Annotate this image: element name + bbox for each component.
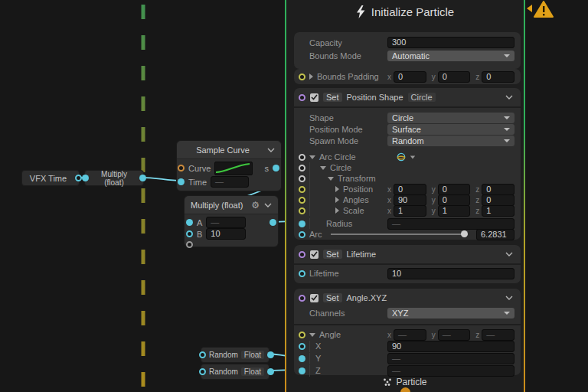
position-y-field[interactable]: 0	[438, 184, 471, 195]
z-value-field[interactable]: —	[387, 365, 514, 377]
arc-slider-handle[interactable]	[461, 230, 468, 237]
arc-circle-port[interactable]	[299, 154, 305, 161]
sample-output-port[interactable]	[273, 165, 279, 172]
random-input-port[interactable]	[199, 351, 206, 358]
block-enabled-checkbox[interactable]	[310, 250, 318, 259]
expander-expanded-icon[interactable]	[309, 333, 315, 337]
bounds-padding-port[interactable]	[299, 74, 305, 80]
block-enable-port[interactable]	[299, 295, 305, 302]
arc-value-field[interactable]: 6.2831	[476, 229, 514, 240]
position-z-field[interactable]: 0	[482, 184, 514, 195]
random-float-node-2[interactable]: Random Float	[201, 364, 270, 380]
particle-flow-slot[interactable]: Particle	[286, 377, 524, 387]
bounds-mode-row: Bounds Mode Automatic	[294, 50, 521, 61]
collapse-chevron-icon[interactable]	[267, 148, 275, 152]
multiply-compact-node[interactable]: Multiply (float)	[84, 170, 144, 186]
multiply-output-port[interactable]	[270, 219, 276, 226]
space-dropdown-arrow-icon[interactable]	[410, 155, 414, 158]
a-input-port-connected[interactable]	[186, 219, 193, 226]
bounds-padding-x-field[interactable]: 0	[394, 71, 426, 83]
y-port-connected[interactable]	[299, 355, 305, 362]
space-globe-icon[interactable]	[397, 152, 406, 162]
angle-port[interactable]	[299, 332, 305, 338]
bounds-mode-dropdown[interactable]: Automatic	[387, 51, 514, 61]
block-enable-port[interactable]	[299, 94, 305, 101]
vfx-time-output-port[interactable]	[75, 175, 82, 181]
add-operand-port[interactable]	[186, 241, 193, 248]
b-field[interactable]: 10	[206, 228, 246, 240]
vfx-time-node[interactable]: VFX Time	[21, 170, 80, 186]
warning-collapse-arrow-icon[interactable]	[527, 5, 532, 12]
expander-collapsed-icon[interactable]	[335, 186, 339, 192]
angles-port[interactable]	[299, 197, 305, 204]
block-enable-port[interactable]	[299, 251, 305, 258]
random-output-port[interactable]	[267, 351, 274, 358]
block-enabled-checkbox[interactable]	[310, 93, 318, 102]
circle-port[interactable]	[299, 165, 305, 172]
collapse-chevron-icon[interactable]	[505, 252, 513, 256]
y-value-field[interactable]: —	[387, 353, 514, 364]
vfx-graph-canvas[interactable]: Initialize Particle Local Capacity 300 B…	[0, 0, 588, 392]
set-angle-block[interactable]: Set Angle.XYZ Channels XYZ Angle x— y— z…	[294, 289, 521, 375]
position-mode-dropdown[interactable]: Surface	[387, 124, 514, 135]
random-input-port[interactable]	[199, 368, 206, 375]
angles-z-field[interactable]: 0	[482, 194, 514, 206]
block-enabled-checkbox[interactable]	[310, 294, 318, 302]
collapse-chevron-icon[interactable]	[264, 203, 272, 207]
b-input-port[interactable]	[186, 230, 193, 237]
bounds-padding-y-field[interactable]: 0	[438, 71, 471, 83]
warning-icon[interactable]	[534, 1, 554, 18]
a-field[interactable]: —	[206, 217, 246, 228]
x-value-field[interactable]: 90	[387, 341, 514, 352]
expander-expanded-icon[interactable]	[309, 155, 315, 159]
angle-y-field[interactable]: —	[438, 329, 471, 341]
multiply-node[interactable]: Multiply (float) ⚙ A — B 10	[184, 195, 279, 247]
angles-y-field[interactable]: 0	[438, 194, 471, 206]
angle-x-field[interactable]: —	[394, 329, 426, 341]
multiply-input-port[interactable]	[82, 175, 89, 181]
transform-port[interactable]	[299, 175, 305, 182]
x-port[interactable]	[299, 343, 305, 350]
curve-preview[interactable]	[214, 162, 253, 175]
sample-curve-node[interactable]: Sample Curve Curve s Time —	[176, 140, 282, 191]
init-node-header[interactable]: Initialize Particle	[286, 2, 524, 21]
bounds-padding-z-field[interactable]: 0	[482, 71, 514, 83]
set-lifetime-block[interactable]: Set Lifetime Lifetime 10	[294, 245, 521, 283]
expander-collapsed-icon[interactable]	[335, 197, 339, 203]
scale-z-field[interactable]: 1	[482, 205, 514, 217]
arc-port[interactable]	[299, 231, 305, 238]
z-port-connected[interactable]	[299, 368, 305, 374]
channels-dropdown[interactable]: XYZ	[387, 308, 514, 318]
expander-collapsed-icon[interactable]	[309, 74, 313, 80]
spawn-mode-dropdown[interactable]: Random	[387, 136, 514, 146]
time-field[interactable]: —	[211, 176, 249, 188]
radius-port-connected[interactable]	[299, 220, 305, 227]
expander-collapsed-icon[interactable]	[335, 207, 339, 214]
time-input-port-connected[interactable]	[178, 178, 185, 185]
gear-icon[interactable]: ⚙	[251, 200, 260, 211]
random-float-node-1[interactable]: Random Float	[201, 347, 270, 363]
expander-expanded-icon[interactable]	[328, 177, 334, 181]
position-port[interactable]	[299, 186, 305, 193]
arc-slider[interactable]	[331, 234, 469, 235]
lifetime-field[interactable]: 10	[387, 268, 514, 279]
multiply-output-port[interactable]	[139, 175, 146, 181]
collapse-chevron-icon[interactable]	[505, 95, 513, 100]
expander-expanded-icon[interactable]	[320, 166, 326, 170]
radius-field[interactable]: —	[387, 218, 514, 230]
position-x-field[interactable]: 0	[394, 184, 426, 195]
angle-z-field[interactable]: —	[482, 329, 514, 341]
flow-output-anchor[interactable]	[400, 387, 410, 392]
shape-dropdown[interactable]: Circle	[387, 113, 514, 123]
set-position-shape-block[interactable]: Set Position Shape Circle Shape Circle P…	[294, 88, 521, 240]
random-output-port[interactable]	[267, 368, 274, 375]
angles-x-field[interactable]: 90	[394, 194, 426, 206]
shape-row: Shape Circle	[294, 112, 521, 123]
collapse-chevron-icon[interactable]	[505, 296, 513, 300]
scale-x-field[interactable]: 1	[394, 205, 426, 217]
scale-y-field[interactable]: 1	[438, 205, 471, 217]
curve-input-port[interactable]	[178, 165, 185, 172]
lifetime-port[interactable]	[299, 270, 305, 277]
scale-port[interactable]	[299, 207, 305, 214]
capacity-field[interactable]: 300	[387, 37, 514, 48]
